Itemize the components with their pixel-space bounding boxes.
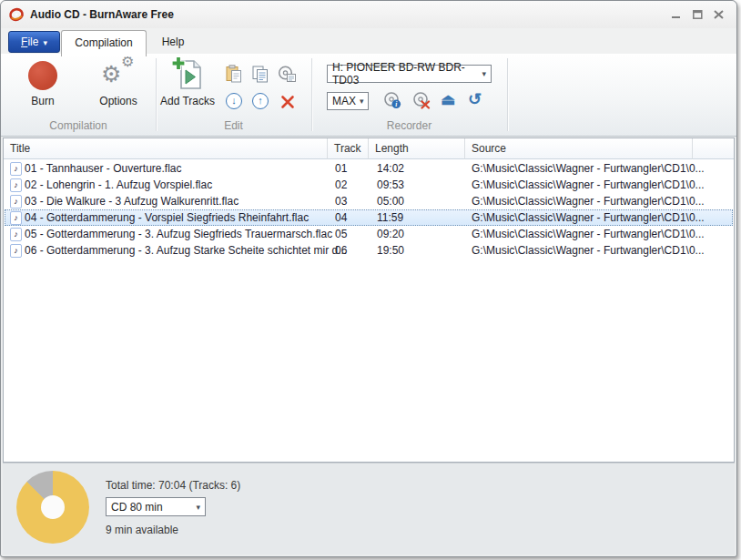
app-icon — [8, 7, 25, 22]
available-label: 9 min available — [106, 524, 178, 536]
cell-source: G:\Music\Classic\Wagner - Furtwangler\CD… — [472, 211, 705, 224]
cell-track: 01 — [335, 162, 347, 175]
screen: Audio CD - BurnAware Free File ▾ Compila… — [0, 0, 741, 560]
table-row[interactable]: ♪ 05 - Gotterdammerung - 3. Aufzug Siegf… — [5, 226, 733, 242]
group-label-recorder: Recorder — [311, 119, 507, 132]
cell-track: 04 — [335, 211, 347, 224]
disc-erase-icon[interactable] — [412, 91, 431, 109]
move-down-icon[interactable]: ↓ — [226, 93, 242, 109]
paste-icon[interactable] — [225, 65, 243, 83]
ribbon-toolbar: Burn ⚙ ⚙ Options Compilation Add Tracks — [1, 54, 736, 137]
app-window: Audio CD - BurnAware Free File ▾ Compila… — [0, 0, 737, 557]
column-header-length[interactable]: Length — [369, 138, 465, 159]
disc-list-icon[interactable] — [278, 65, 296, 83]
disc-size-select[interactable]: CD 80 min ▾ — [106, 497, 206, 516]
window-controls — [671, 10, 729, 20]
move-up-icon[interactable]: ↑ — [252, 93, 269, 109]
status-panel: Total time: 70:04 (Tracks: 6) CD 80 min … — [3, 463, 735, 555]
table-row[interactable]: ♪ 03 - Die Walkure - 3 Aufzug Walkurenri… — [5, 193, 733, 209]
column-header-track[interactable]: Track — [328, 138, 369, 159]
cell-title: 01 - Tannhauser - Ouverture.flac — [25, 162, 182, 175]
maximize-icon[interactable] — [692, 10, 703, 20]
cell-source: G:\Music\Classic\Wagner - Furtwangler\CD… — [472, 178, 705, 191]
chevron-down-icon: ▾ — [356, 97, 364, 106]
cell-source: G:\Music\Classic\Wagner - Furtwangler\CD… — [472, 195, 705, 208]
window-title: Audio CD - BurnAware Free — [30, 8, 174, 21]
cell-source: G:\Music\Classic\Wagner - Furtwangler\CD… — [472, 228, 705, 240]
gear-icon: ⚙ — [101, 63, 121, 86]
minimize-icon[interactable] — [671, 10, 682, 20]
add-tracks-icon[interactable] — [172, 56, 205, 91]
cell-length: 14:02 — [377, 162, 404, 175]
group-label-compilation: Compilation — [1, 119, 156, 132]
remove-icon[interactable] — [279, 93, 297, 111]
track-list: Title Track Length Source ♪ 01 - Tannhau… — [3, 137, 735, 463]
note-icon: ♪ — [10, 162, 22, 176]
note-icon: ♪ — [10, 244, 22, 258]
title-bar: Audio CD - BurnAware Free — [1, 1, 736, 28]
speed-select[interactable]: MAX ▾ — [327, 92, 369, 110]
cell-title: 05 - Gotterdammerung - 3. Aufzug Siegfri… — [25, 228, 332, 240]
gear-icon: ⚙ — [121, 55, 134, 69]
table-row[interactable]: ♪ 06 - Gotterdammerung - 3. Aufzug Stark… — [5, 242, 733, 259]
cell-length: 09:53 — [377, 178, 404, 191]
close-icon[interactable] — [713, 10, 724, 20]
cell-title: 03 - Die Walkure - 3 Aufzug Walkurenritt… — [25, 195, 239, 208]
column-header-source[interactable]: Source — [465, 138, 693, 159]
disc-size-value: CD 80 min — [111, 501, 163, 514]
cell-length: 05:00 — [377, 195, 404, 208]
drive-select[interactable]: H: PIONEER BD-RW BDR-TD03 ▾ — [327, 65, 492, 83]
cell-source: G:\Music\Classic\Wagner - Furtwangler\CD… — [472, 162, 705, 175]
burn-button[interactable]: Burn — [15, 95, 70, 107]
speed-select-value: MAX — [332, 95, 356, 107]
cell-title: 06 - Gotterdammerung - 3. Aufzug Starke … — [25, 244, 347, 257]
drive-select-value: H: PIONEER BD-RW BDR-TD03 — [332, 61, 478, 87]
chevron-down-icon: ▾ — [478, 69, 486, 78]
cell-length: 11:59 — [377, 211, 403, 224]
add-tracks-button[interactable]: Add Tracks — [157, 95, 218, 107]
cell-track: 05 — [335, 228, 347, 240]
menu-tab-bar: File ▾ Compilation Help — [1, 28, 736, 55]
disc-usage-donut-chart — [16, 471, 89, 544]
disc-info-icon[interactable]: i — [383, 91, 401, 109]
chevron-down-icon: ▾ — [43, 37, 47, 47]
cell-source: G:\Music\Classic\Wagner - Furtwangler\CD… — [472, 244, 705, 257]
options-icon[interactable]: ⚙ ⚙ — [97, 57, 143, 94]
chevron-down-icon: ▾ — [192, 503, 200, 512]
cell-length: 19:50 — [377, 244, 404, 257]
cell-track: 03 — [335, 195, 347, 208]
group-label-edit: Edit — [156, 119, 311, 132]
column-header-filler — [693, 138, 734, 159]
note-icon: ♪ — [10, 211, 22, 225]
cell-length: 09:20 — [377, 228, 404, 240]
table-row[interactable]: ♪ 02 - Lohengrin - 1. Aufzug Vorspiel.fl… — [5, 177, 733, 193]
copy-icon[interactable] — [251, 65, 269, 83]
burn-icon[interactable] — [28, 61, 57, 90]
note-icon: ♪ — [10, 195, 22, 209]
note-icon: ♪ — [10, 178, 22, 192]
options-button[interactable]: Options — [88, 95, 148, 107]
total-time-label: Total time: 70:04 (Tracks: 6) — [106, 479, 240, 492]
file-menu-button[interactable]: File ▾ — [8, 31, 60, 53]
table-row[interactable]: ♪ 01 - Tannhauser - Ouverture.flac 01 14… — [5, 160, 733, 177]
cell-title: 02 - Lohengrin - 1. Aufzug Vorspiel.flac — [25, 178, 212, 191]
table-row-selected[interactable]: ♪ 04 - Gotterdammerung - Vorspiel Siegfr… — [5, 209, 733, 226]
group-separator — [507, 58, 509, 131]
cell-track: 06 — [335, 244, 347, 257]
eject-icon[interactable]: ⏏ — [441, 90, 455, 109]
note-icon: ♪ — [10, 228, 22, 241]
cell-title: 04 - Gotterdammerung - Vorspiel Siegfrie… — [25, 211, 309, 224]
file-menu-label: File — [21, 36, 38, 48]
tab-help[interactable]: Help — [147, 30, 199, 54]
column-header-title[interactable]: Title — [4, 138, 328, 159]
tab-compilation[interactable]: Compilation — [61, 30, 147, 56]
refresh-icon[interactable]: ↺ — [468, 89, 482, 109]
cell-track: 02 — [335, 178, 347, 191]
